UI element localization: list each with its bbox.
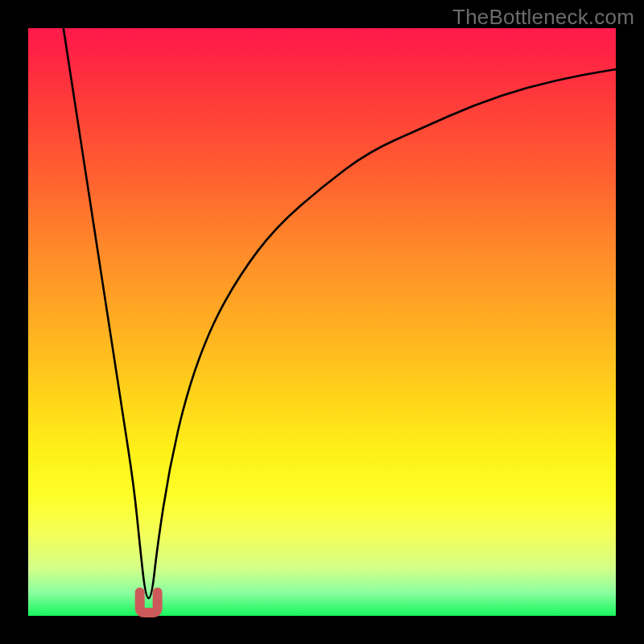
curve-layer: [28, 28, 616, 616]
gradient-plot-area: [28, 28, 616, 616]
attribution-text: TheBottleneck.com: [452, 5, 634, 30]
optimal-u-marker: [140, 592, 158, 613]
bottleneck-curve-path: [64, 28, 616, 598]
chart-frame: TheBottleneck.com: [0, 0, 644, 644]
